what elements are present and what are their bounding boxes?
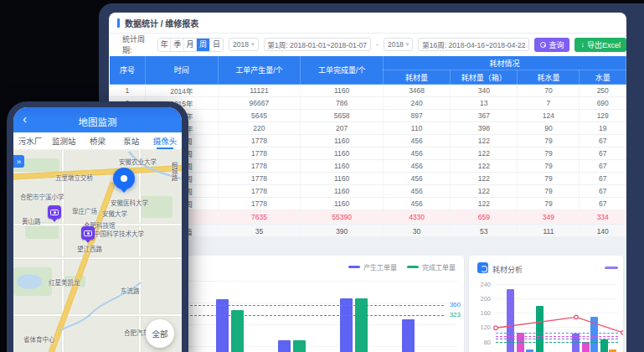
cell: 122 bbox=[451, 173, 518, 185]
stat-period-label: 统计周期: bbox=[122, 34, 152, 55]
map-label: 黄山路 bbox=[22, 216, 41, 225]
export-excel-button[interactable]: ↓ 导出Excel bbox=[574, 38, 626, 52]
cell: 5658 bbox=[301, 110, 384, 122]
cell: 122 bbox=[451, 185, 518, 198]
cell: 122 bbox=[451, 135, 518, 148]
cell: 67 bbox=[580, 148, 626, 160]
sub-col-header-2: 耗水量 bbox=[518, 70, 580, 85]
col-header-no: 序号 bbox=[110, 56, 146, 85]
segment-option-0[interactable]: 年 bbox=[158, 39, 171, 51]
week-from-input[interactable]: 第1周: 2018-01-01~2018-01-07 bbox=[264, 38, 371, 51]
table-row: 22015年96667786240137690 bbox=[110, 97, 626, 110]
cell: 122 bbox=[451, 148, 518, 160]
cell: 13 bbox=[451, 97, 518, 110]
cell: 79 bbox=[518, 173, 580, 185]
map-label: 安徽农业大学 bbox=[119, 157, 157, 166]
cell: 67 bbox=[580, 198, 626, 210]
download-icon: ↓ bbox=[580, 40, 585, 49]
map-label: 翠庄广场 bbox=[72, 206, 97, 215]
cell: 1778 bbox=[218, 173, 301, 185]
cell: 1160 bbox=[301, 185, 384, 198]
cell: 90 bbox=[518, 122, 580, 135]
selected-camera-marker[interactable] bbox=[113, 168, 135, 189]
chart-legend: 产生工单量完成工单量 bbox=[348, 262, 456, 272]
week-to-input[interactable]: 第16周: 2018-04-16~2018-04-22 bbox=[418, 38, 529, 51]
cell: 1778 bbox=[218, 148, 301, 160]
ref-line-label: 360 bbox=[450, 301, 461, 308]
segment-option-3[interactable]: 周 bbox=[197, 39, 209, 51]
phone-tab-1[interactable]: 监测站 bbox=[47, 132, 80, 149]
table-row: 12014年111211160346834070250 bbox=[110, 85, 626, 97]
cell: 456 bbox=[384, 135, 451, 148]
search-icon bbox=[540, 42, 546, 48]
bar-完成工单量-2 bbox=[355, 298, 368, 352]
cell: 456 bbox=[384, 160, 451, 173]
cell: 1 bbox=[110, 85, 146, 97]
segment-option-2[interactable]: 月 bbox=[184, 39, 197, 51]
bar-产生工单量-0 bbox=[216, 299, 229, 352]
year-from-select[interactable]: 2018 ▾ bbox=[229, 38, 258, 51]
cell: 456 bbox=[384, 185, 451, 198]
cell: 67 bbox=[580, 173, 626, 185]
cell: 456 bbox=[384, 173, 451, 185]
cell: 11121 bbox=[218, 85, 301, 97]
dropdown-icon: ▾ bbox=[406, 41, 410, 48]
cell: 7635 bbox=[218, 210, 301, 225]
filter-bar: 统计周期: 年季月周日 2018 ▾ 第1周: 2018-01-01~2018-… bbox=[109, 34, 626, 55]
cell: 129 bbox=[580, 110, 626, 122]
year-to-select[interactable]: 2018 ▾ bbox=[384, 38, 413, 51]
cell: 5645 bbox=[218, 110, 301, 122]
map-label: 省体育中心 bbox=[23, 334, 55, 344]
cell: 334 bbox=[580, 210, 626, 225]
cell: 79 bbox=[518, 160, 580, 173]
cell: 1160 bbox=[301, 148, 384, 160]
camera-marker[interactable] bbox=[81, 226, 95, 240]
cell: 367 bbox=[451, 110, 518, 122]
map-expander[interactable]: » bbox=[13, 155, 24, 168]
phone-tab-2[interactable]: 桥梁 bbox=[80, 132, 114, 149]
cell: 122 bbox=[451, 198, 518, 210]
camera-marker[interactable] bbox=[48, 205, 61, 219]
phone-tab-0[interactable]: 污水厂 bbox=[13, 132, 47, 149]
back-icon[interactable]: ‹ bbox=[23, 112, 27, 125]
col-group-consumables: 耗材情况 bbox=[384, 56, 626, 70]
cell: 2014年 bbox=[146, 85, 218, 97]
cell: 79 bbox=[518, 198, 580, 210]
cell: 690 bbox=[580, 97, 626, 110]
bar-产生工单量-1 bbox=[278, 340, 291, 352]
cell: 250 bbox=[580, 85, 626, 97]
cell: 79 bbox=[518, 135, 580, 148]
bar-产生工单量-2 bbox=[340, 298, 353, 352]
cell: 1160 bbox=[301, 198, 384, 210]
map-label: 桐城路 bbox=[169, 162, 178, 181]
segment-option-4[interactable]: 日 bbox=[210, 39, 223, 51]
cell: 67 bbox=[580, 135, 626, 148]
phone-device-frame: ‹ 地图监测 污水厂监测站桥梁泵站摄像头 bbox=[7, 101, 188, 352]
map-label: 望江西路 bbox=[77, 244, 102, 253]
map-label: 东流路 bbox=[121, 286, 140, 295]
cell: 1160 bbox=[301, 85, 384, 97]
map-label: 五里墩立交桥 bbox=[55, 173, 93, 182]
cell: 220 bbox=[218, 122, 301, 135]
phone-tab-3[interactable]: 泵站 bbox=[115, 132, 148, 149]
cell: 7 bbox=[518, 97, 580, 110]
search-button[interactable]: 查询 bbox=[534, 38, 569, 52]
cell: 3468 bbox=[384, 85, 451, 97]
phone-tab-4[interactable]: 摄像头 bbox=[148, 132, 182, 149]
col-header-time: 时间 bbox=[146, 56, 218, 85]
col-header-completed: 工单完成量/个 bbox=[301, 56, 384, 85]
cell: 67 bbox=[580, 160, 626, 173]
cell: 340 bbox=[451, 85, 518, 97]
sub-col-header-3: 水量 bbox=[580, 70, 626, 85]
map-view[interactable]: » 全部 安徽农业大学五里墩立交桥桐城路合肥市宁溪小学安徽医科大学翠庄广场安徽大… bbox=[13, 150, 182, 352]
segment-option-1[interactable]: 季 bbox=[171, 39, 183, 51]
cell: 659 bbox=[451, 210, 518, 225]
legend-item: 完成工单量 bbox=[407, 262, 456, 272]
map-label: 红星美凯龙 bbox=[49, 277, 80, 287]
cell: 1778 bbox=[218, 185, 301, 198]
cell: 1778 bbox=[218, 198, 301, 210]
legend-item: 产生工单量 bbox=[348, 262, 397, 272]
show-all-button[interactable]: 全部 bbox=[146, 319, 174, 348]
cell: 55390 bbox=[301, 210, 384, 225]
sub-col-header-0: 耗材量 bbox=[384, 70, 451, 85]
